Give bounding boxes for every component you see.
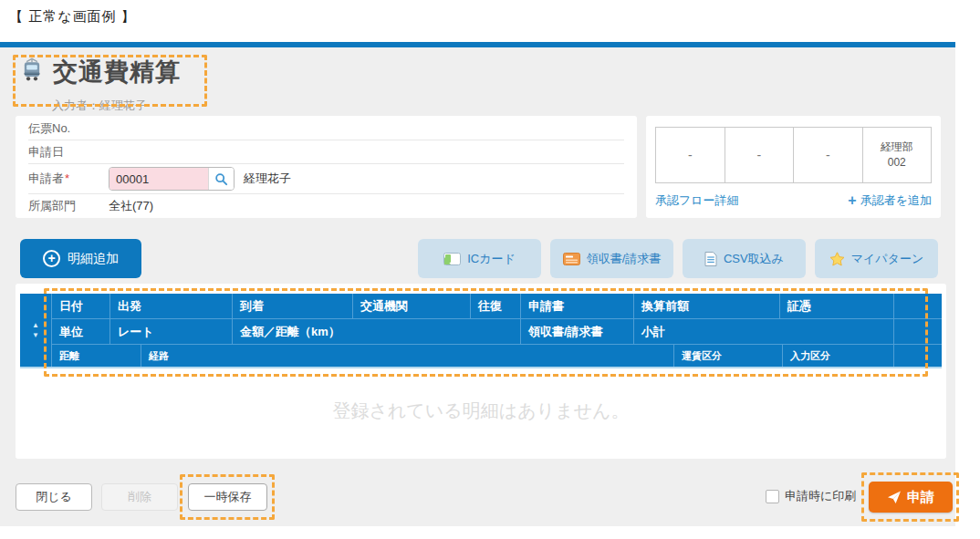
detail-list-card: ▲ ▼ 日付 出発 到着 交通機関 往復 申請書 換算前額 証憑: [16, 284, 946, 459]
header-row-1: 日付 出発 到着 交通機関 往復 申請書 換算前額 証憑: [52, 294, 942, 319]
department-value: 全社(77): [109, 198, 153, 214]
required-mark: *: [65, 171, 69, 185]
delete-button[interactable]: 削除: [101, 483, 178, 511]
col-header-input-class: 入力区分: [783, 345, 894, 367]
row-reorder-control[interactable]: ▲ ▼: [20, 294, 52, 367]
col-header-fare-class: 運賃区分: [674, 345, 783, 367]
sort-up-icon: ▲: [32, 322, 39, 329]
col-header-arrival: 到着: [233, 294, 353, 319]
approver-slot-1: -: [656, 128, 725, 182]
col-header-spacer: [894, 319, 942, 345]
form-row-department: 所属部門 全社(77): [28, 194, 624, 218]
page-title: 交通費精算: [53, 56, 181, 88]
form-row-slip-no: 伝票No.: [28, 117, 624, 140]
department-label: 所属部門: [28, 198, 109, 214]
col-header-pre-conversion: 換算前額: [634, 294, 780, 319]
approver-slot-4: 経理部 002: [862, 128, 932, 182]
col-header-application: 申請書: [521, 294, 634, 319]
approval-flow-slots: - - - 経理部 002: [655, 127, 932, 183]
print-on-submit-label: 申請時に印刷: [785, 488, 856, 504]
approval-flow-detail-link[interactable]: 承認フロー詳細: [655, 192, 739, 209]
approver-slot-2: -: [725, 128, 794, 182]
approver-slot-3: -: [793, 128, 862, 182]
col-header-spacer: [894, 345, 942, 367]
ic-card-button[interactable]: ICカード: [418, 239, 541, 278]
form-row-applicant: 申請者* 経理花子: [28, 164, 624, 194]
detail-table-header: ▲ ▼ 日付 出発 到着 交通機関 往復 申請書 換算前額 証憑: [20, 294, 942, 368]
csv-file-icon: [704, 252, 717, 266]
col-header-unit: 単位: [52, 319, 110, 345]
slip-no-label: 伝票No.: [28, 120, 109, 137]
window-top-bar: [0, 42, 955, 47]
import-toolbar: ICカード 領収書/請求書 CSV取込み: [418, 239, 938, 278]
approval-flow-card: - - - 経理部 002 承認フロー詳細 + 承認者を追加: [646, 116, 941, 218]
applicant-search-button[interactable]: [208, 168, 234, 190]
submit-button[interactable]: 申請: [869, 482, 953, 513]
col-header-spacer: [894, 294, 942, 319]
plus-circle-icon: +: [43, 250, 60, 267]
col-header-transport: 交通機関: [353, 294, 471, 319]
header-row-3: 距離 経路 運賃区分 入力区分: [52, 345, 942, 367]
temp-save-button[interactable]: 一時保存: [188, 483, 267, 511]
add-detail-button[interactable]: + 明細追加: [20, 239, 141, 278]
close-button[interactable]: 閉じる: [16, 483, 92, 511]
col-header-departure: 出発: [110, 294, 233, 319]
applicant-label: 申請者*: [28, 171, 109, 187]
train-icon: [19, 57, 45, 87]
col-header-receipt: 領収書/請求書: [521, 319, 634, 345]
applicant-lookup-group: [109, 167, 235, 191]
my-pattern-button[interactable]: マイパターン: [815, 239, 938, 278]
col-header-distance: 距離: [52, 345, 141, 367]
apply-date-label: 申請日: [28, 144, 109, 161]
col-header-date: 日付: [52, 294, 110, 319]
col-header-roundtrip: 往復: [471, 294, 521, 319]
col-header-voucher: 証憑: [780, 294, 894, 319]
col-header-amount-distance: 金額／距離（km）: [233, 319, 521, 345]
page-title-block: 交通費精算: [19, 56, 181, 88]
applicant-code-input[interactable]: [109, 168, 208, 190]
receipt-invoice-button[interactable]: 領収書/請求書: [550, 239, 673, 278]
col-header-rate: レート: [110, 319, 233, 345]
slip-info-card: 伝票No. 申請日 申請者*: [16, 116, 637, 218]
page-caption: 【 正常な画面例 】: [9, 8, 136, 26]
form-row-apply-date: 申請日: [28, 140, 624, 164]
entered-by-label: 入力者：経理花子: [52, 98, 147, 114]
col-header-subtotal: 小計: [634, 319, 894, 345]
receipt-icon: [563, 253, 580, 265]
screenshot-page: 【 正常な画面例 】 交通費精算 入力者：経理花子: [0, 0, 980, 539]
csv-import-button[interactable]: CSV取込み: [683, 239, 806, 278]
paper-plane-icon: [887, 490, 902, 504]
applicant-name: 経理花子: [244, 171, 291, 187]
add-approver-link[interactable]: + 承認者を追加: [848, 192, 932, 209]
print-on-submit-group: 申請時に印刷: [766, 488, 856, 504]
print-on-submit-checkbox[interactable]: [766, 490, 779, 503]
empty-list-message: 登録されている明細はありません。: [16, 399, 946, 423]
ic-card-icon: [443, 253, 461, 265]
header-row-2: 単位 レート 金額／距離（km） 領収書/請求書 小計: [52, 319, 942, 345]
star-icon: [829, 252, 845, 266]
sort-down-icon: ▼: [32, 332, 39, 339]
plus-icon: +: [848, 193, 856, 208]
approval-links-row: 承認フロー詳細 + 承認者を追加: [646, 192, 941, 209]
search-icon: [214, 172, 228, 186]
col-header-route: 経路: [141, 345, 674, 367]
expense-app-window: 交通費精算 入力者：経理花子 伝票No. 申請日 申請者*: [0, 42, 955, 526]
